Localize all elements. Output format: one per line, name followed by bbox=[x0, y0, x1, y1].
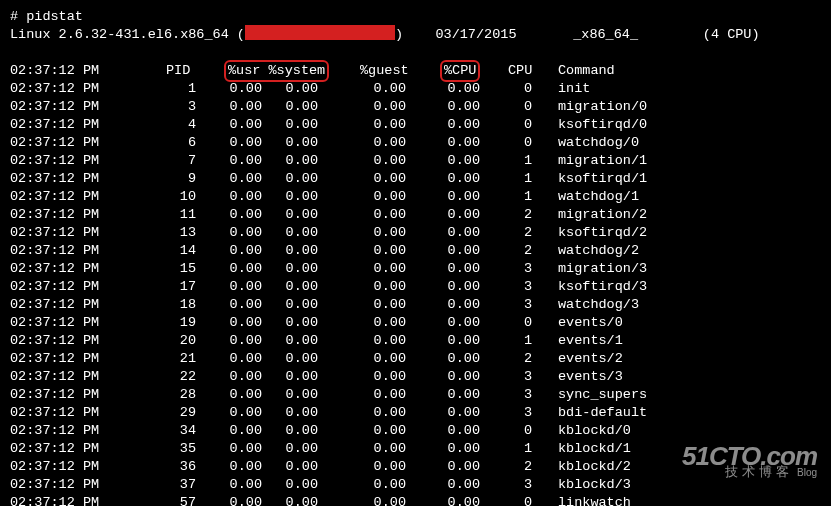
cell-command: watchdog/2 bbox=[558, 242, 639, 260]
cell-command: migration/0 bbox=[558, 98, 647, 116]
header-time: 02:37:12 PM bbox=[10, 62, 99, 80]
cell-guest: 0.00 bbox=[366, 296, 406, 314]
cell-command: kblockd/1 bbox=[558, 440, 631, 458]
cell-system: 0.00 bbox=[278, 458, 318, 476]
table-row: 02:37:12 PM370.000.000.000.003kblockd/3 bbox=[10, 476, 821, 494]
header-pid: PID bbox=[166, 62, 190, 80]
cell-command: ksoftirqd/3 bbox=[558, 278, 647, 296]
table-row: 02:37:12 PM110.000.000.000.002migration/… bbox=[10, 206, 821, 224]
cell-system: 0.00 bbox=[278, 296, 318, 314]
redacted-hostname bbox=[245, 25, 395, 40]
cell-cpu-pct: 0.00 bbox=[440, 224, 480, 242]
table-body: 02:37:12 PM10.000.000.000.000init02:37:1… bbox=[10, 80, 821, 506]
cell-system: 0.00 bbox=[278, 260, 318, 278]
cell-pid: 13 bbox=[150, 224, 196, 242]
cell-cpu: 2 bbox=[508, 206, 532, 224]
cell-system: 0.00 bbox=[278, 224, 318, 242]
table-row: 02:37:12 PM90.000.000.000.001ksoftirqd/1 bbox=[10, 170, 821, 188]
cell-usr: 0.00 bbox=[222, 98, 262, 116]
cell-pid: 9 bbox=[150, 170, 196, 188]
cell-cpu-pct: 0.00 bbox=[440, 206, 480, 224]
cell-usr: 0.00 bbox=[222, 404, 262, 422]
cell-guest: 0.00 bbox=[366, 224, 406, 242]
header-cpu: CPU bbox=[508, 62, 532, 80]
cell-command: events/3 bbox=[558, 368, 623, 386]
cell-time: 02:37:12 PM bbox=[10, 368, 99, 386]
header-usr-system-highlighted: %usr %system bbox=[224, 60, 329, 82]
cell-cpu-pct: 0.00 bbox=[440, 404, 480, 422]
table-row: 02:37:12 PM570.000.000.000.000linkwatch bbox=[10, 494, 821, 506]
cell-guest: 0.00 bbox=[366, 98, 406, 116]
cell-time: 02:37:12 PM bbox=[10, 440, 99, 458]
cpu-count: (4 CPU) bbox=[703, 27, 760, 42]
cell-cpu-pct: 0.00 bbox=[440, 314, 480, 332]
table-row: 02:37:12 PM30.000.000.000.000migration/0 bbox=[10, 98, 821, 116]
cell-system: 0.00 bbox=[278, 152, 318, 170]
cell-cpu-pct: 0.00 bbox=[440, 98, 480, 116]
cell-time: 02:37:12 PM bbox=[10, 80, 99, 98]
cell-command: migration/1 bbox=[558, 152, 647, 170]
cell-usr: 0.00 bbox=[222, 332, 262, 350]
cell-cpu-pct: 0.00 bbox=[440, 80, 480, 98]
system-info-line: Linux 2.6.32-431.el6.x86_64 () 03/17/201… bbox=[10, 26, 821, 44]
cell-guest: 0.00 bbox=[366, 152, 406, 170]
cell-time: 02:37:12 PM bbox=[10, 206, 99, 224]
cell-command: bdi-default bbox=[558, 404, 647, 422]
cell-time: 02:37:12 PM bbox=[10, 476, 99, 494]
header-command: Command bbox=[558, 62, 615, 80]
cell-command: ksoftirqd/1 bbox=[558, 170, 647, 188]
cell-cpu: 0 bbox=[508, 116, 532, 134]
cell-cpu-pct: 0.00 bbox=[440, 170, 480, 188]
cell-command: kblockd/2 bbox=[558, 458, 631, 476]
cell-usr: 0.00 bbox=[222, 260, 262, 278]
cell-cpu: 0 bbox=[508, 422, 532, 440]
cell-pid: 57 bbox=[150, 494, 196, 506]
cell-time: 02:37:12 PM bbox=[10, 152, 99, 170]
cell-time: 02:37:12 PM bbox=[10, 350, 99, 368]
cell-time: 02:37:12 PM bbox=[10, 332, 99, 350]
cell-command: ksoftirqd/0 bbox=[558, 116, 647, 134]
cell-pid: 19 bbox=[150, 314, 196, 332]
cell-cpu-pct: 0.00 bbox=[440, 440, 480, 458]
cell-system: 0.00 bbox=[278, 116, 318, 134]
table-row: 02:37:12 PM180.000.000.000.003watchdog/3 bbox=[10, 296, 821, 314]
cell-pid: 36 bbox=[150, 458, 196, 476]
cell-pid: 14 bbox=[150, 242, 196, 260]
cell-pid: 22 bbox=[150, 368, 196, 386]
cell-command: sync_supers bbox=[558, 386, 647, 404]
cell-system: 0.00 bbox=[278, 80, 318, 98]
cell-cpu: 3 bbox=[508, 404, 532, 422]
cell-system: 0.00 bbox=[278, 476, 318, 494]
cell-pid: 29 bbox=[150, 404, 196, 422]
cell-time: 02:37:12 PM bbox=[10, 458, 99, 476]
cell-command: kblockd/0 bbox=[558, 422, 631, 440]
cell-system: 0.00 bbox=[278, 98, 318, 116]
cell-guest: 0.00 bbox=[366, 422, 406, 440]
cell-guest: 0.00 bbox=[366, 80, 406, 98]
cell-cpu: 0 bbox=[508, 98, 532, 116]
cell-cpu: 1 bbox=[508, 332, 532, 350]
cell-pid: 20 bbox=[150, 332, 196, 350]
cell-usr: 0.00 bbox=[222, 386, 262, 404]
cell-pid: 28 bbox=[150, 386, 196, 404]
cell-time: 02:37:12 PM bbox=[10, 242, 99, 260]
table-row: 02:37:12 PM170.000.000.000.003ksoftirqd/… bbox=[10, 278, 821, 296]
cell-time: 02:37:12 PM bbox=[10, 170, 99, 188]
cell-cpu-pct: 0.00 bbox=[440, 422, 480, 440]
cell-usr: 0.00 bbox=[222, 314, 262, 332]
cell-pid: 37 bbox=[150, 476, 196, 494]
cell-usr: 0.00 bbox=[222, 206, 262, 224]
cell-cpu: 3 bbox=[508, 278, 532, 296]
cell-cpu-pct: 0.00 bbox=[440, 278, 480, 296]
cell-pid: 34 bbox=[150, 422, 196, 440]
cell-cpu: 3 bbox=[508, 368, 532, 386]
cell-system: 0.00 bbox=[278, 440, 318, 458]
cell-system: 0.00 bbox=[278, 170, 318, 188]
cell-pid: 4 bbox=[150, 116, 196, 134]
cell-cpu: 0 bbox=[508, 494, 532, 506]
cell-cpu: 2 bbox=[508, 350, 532, 368]
cell-cpu-pct: 0.00 bbox=[440, 134, 480, 152]
table-row: 02:37:12 PM360.000.000.000.002kblockd/2 bbox=[10, 458, 821, 476]
cell-system: 0.00 bbox=[278, 350, 318, 368]
cell-guest: 0.00 bbox=[366, 332, 406, 350]
